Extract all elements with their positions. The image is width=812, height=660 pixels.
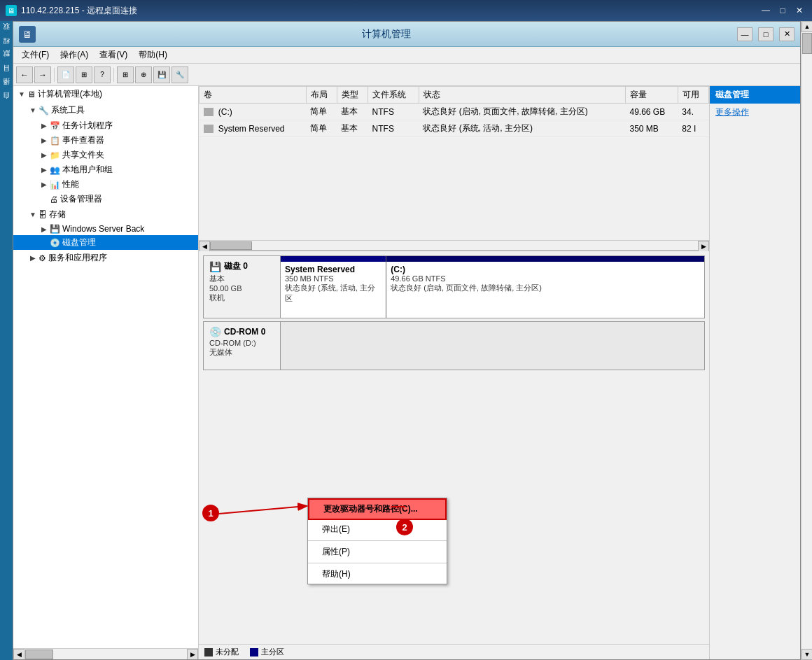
toolbar-btn6[interactable]: 💾	[153, 66, 170, 83]
cdrom-row: 💿 CD-ROM 0 CD-ROM (D:) 无媒体	[203, 321, 705, 370]
diskman-icon: 💿	[50, 238, 60, 248]
tree-item-events[interactable]: ▶ 📋 事件查看器	[13, 133, 198, 148]
scroll-thumb[interactable]	[25, 650, 53, 659]
toolbar-back-btn[interactable]: ←	[16, 66, 33, 83]
context-menu-item-4[interactable]: 帮助(H)	[308, 565, 447, 584]
table-area: 卷 布局 类型 文件系统 状态 容量 可用	[199, 86, 709, 240]
tree-item-computer[interactable]: ▼ 🖥 计算机管理(本地)	[13, 86, 198, 102]
actions-panel: 磁盘管理 更多操作	[709, 86, 800, 659]
row2-status: 状态良好 (系统, 活动, 主分区)	[419, 120, 625, 137]
menu-help[interactable]: 帮助(H)	[133, 48, 173, 62]
tools-icon: 🔧	[38, 106, 49, 115]
hscroll-thumb[interactable]	[210, 241, 252, 250]
row1-type: 基本	[337, 104, 368, 120]
context-menu: 更改驱动器号和路径(C)... 弹出(E) 属性(P) 帮助(H)	[307, 498, 447, 584]
table-row[interactable]: (C:) 简单 基本 NTFS 状态良好 (启动, 页面文件, 故障转储, 主分…	[200, 104, 709, 120]
expand-icon: ▼	[27, 211, 38, 218]
col-fs: 文件系统	[368, 87, 419, 104]
row2-capacity: 350 MB	[625, 120, 678, 137]
tree-label-tools: 系统工具	[51, 104, 85, 116]
partition-c-name: (C:)	[391, 265, 700, 274]
context-menu-item-1[interactable]: 更改驱动器号和路径(C)...	[308, 498, 447, 520]
row1-fs: NTFS	[368, 104, 419, 120]
row1-volume: (C:)	[200, 104, 307, 120]
menu-action[interactable]: 操作(A)	[55, 48, 94, 62]
actions-title: 磁盘管理	[710, 86, 800, 104]
rdp-scroll-thumb[interactable]	[802, 33, 812, 54]
services-icon: ⚙	[38, 253, 46, 263]
row1-free: 34.	[678, 104, 708, 120]
tree-label-users: 本地用户和组	[62, 164, 113, 176]
expand-icon: ▼	[16, 90, 27, 98]
expand-icon: ▶	[38, 151, 50, 159]
tree-label-diskman: 磁盘管理	[62, 237, 96, 248]
menu-bar: 文件(F) 操作(A) 查看(V) 帮助(H)	[13, 47, 800, 64]
partition-c-size: 49.66 GB NTFS	[391, 274, 700, 283]
tree-item-diskman[interactable]: 💿 磁盘管理	[13, 235, 198, 250]
app-icon: 🖥	[19, 26, 36, 43]
rdp-title-bar: 🖥 110.42.228.215 - 远程桌面连接 — □ ✕	[0, 0, 812, 21]
context-menu-sep	[308, 540, 447, 541]
partition-c[interactable]: (C:) 49.66 GB NTFS 状态良好 (启动, 页面文件, 故障转储,…	[386, 256, 704, 318]
app-close-btn[interactable]: ✕	[779, 27, 794, 41]
tree-item-tasks[interactable]: ▶ 📅 任务计划程序	[13, 118, 198, 133]
partition-sysres[interactable]: System Reserved 350 MB NTFS 状态良好 (系统, 活动…	[281, 256, 386, 318]
tree-item-users[interactable]: ▶ 👥 本地用户和组	[13, 162, 198, 177]
toolbar-btn3[interactable]: ?	[94, 66, 111, 83]
row2-layout: 简单	[306, 120, 337, 137]
cdrom-content[interactable]	[281, 322, 704, 370]
toolbar-btn4[interactable]: ⊞	[117, 66, 134, 83]
tree-item-storage[interactable]: ▼ 🗄 存储	[13, 206, 198, 223]
scroll-right-btn[interactable]: ▶	[187, 649, 198, 659]
rdp-title: 110.42.228.215 - 远程桌面连接	[21, 5, 137, 17]
toolbar-btn2[interactable]: ⊞	[76, 66, 92, 83]
folder-icon: 📁	[50, 150, 60, 160]
rdp-scroll-up-btn[interactable]: ▲	[802, 21, 812, 32]
right-content: 卷 布局 类型 文件系统 状态 容量 可用	[199, 86, 800, 659]
tree-label-computer: 计算机管理(本地)	[38, 88, 102, 100]
rdp-maximize-btn[interactable]: □	[776, 5, 790, 16]
tree-item-tools[interactable]: ▼ 🔧 系统工具	[13, 102, 198, 118]
perf-icon: 📊	[50, 180, 60, 190]
rdp-scrollbar[interactable]: ▲ ▼	[801, 21, 812, 660]
toolbar-btn5[interactable]: ⊕	[135, 66, 152, 83]
table-hscroll[interactable]: ◀ ▶	[199, 240, 709, 251]
status-bar: 未分配 主分区	[199, 644, 709, 659]
action-more-link[interactable]: 更多操作	[710, 104, 800, 121]
table-row[interactable]: System Reserved 简单 基本 NTFS 状态良好 (系统, 活动,…	[200, 120, 709, 137]
context-menu-item-2[interactable]: 弹出(E)	[308, 520, 447, 539]
tree-item-services[interactable]: ▶ ⚙ 服务和应用程序	[13, 250, 198, 266]
app-minimize-btn[interactable]: —	[737, 27, 752, 41]
toolbar-forward-btn[interactable]: →	[34, 66, 51, 83]
col-volume: 卷	[200, 87, 307, 104]
toolbar-btn1[interactable]: 📄	[57, 66, 74, 83]
expand-icon: ▶	[38, 225, 50, 233]
rdp-minimize-btn[interactable]: —	[759, 5, 773, 16]
app-title: 计算机管理	[41, 28, 732, 41]
rdp-scroll-down-btn[interactable]: ▼	[802, 649, 812, 660]
rdp-close-btn[interactable]: ✕	[792, 5, 806, 16]
toolbar-sep1	[54, 68, 55, 82]
backup-icon: 💾	[50, 224, 60, 234]
hscroll-left-btn[interactable]: ◀	[199, 241, 210, 252]
context-menu-sep2	[308, 563, 447, 563]
cdrom-name: CD-ROM 0	[224, 327, 265, 337]
context-menu-item-3[interactable]: 属性(P)	[308, 542, 447, 561]
menu-view[interactable]: 查看(V)	[94, 48, 133, 62]
toolbar-btn7[interactable]: 🔧	[172, 66, 188, 83]
tree-item-folders[interactable]: ▶ 📁 共享文件夹	[13, 148, 198, 162]
left-panel-scrollbar[interactable]: ◀ ▶	[13, 648, 198, 659]
scroll-left-btn[interactable]: ◀	[13, 649, 24, 659]
cdrom-label: 💿 CD-ROM 0 CD-ROM (D:) 无媒体	[204, 322, 281, 370]
col-capacity: 容量	[625, 87, 678, 104]
tree-item-device[interactable]: 🖨 设备管理器	[13, 192, 198, 206]
row1-capacity: 49.66 GB	[625, 104, 678, 120]
menu-file[interactable]: 文件(F)	[16, 48, 55, 62]
tree-item-backup[interactable]: ▶ 💾 Windows Server Back	[13, 223, 198, 235]
tree-item-perf[interactable]: ▶ 📊 性能	[13, 177, 198, 192]
app-title-bar: 🖥 计算机管理 — □ ✕	[13, 22, 800, 47]
app-maximize-btn[interactable]: □	[758, 27, 774, 41]
hscroll-right-btn[interactable]: ▶	[698, 241, 709, 252]
expand-icon: ▶	[27, 254, 38, 262]
row1-layout: 简单	[306, 104, 337, 120]
